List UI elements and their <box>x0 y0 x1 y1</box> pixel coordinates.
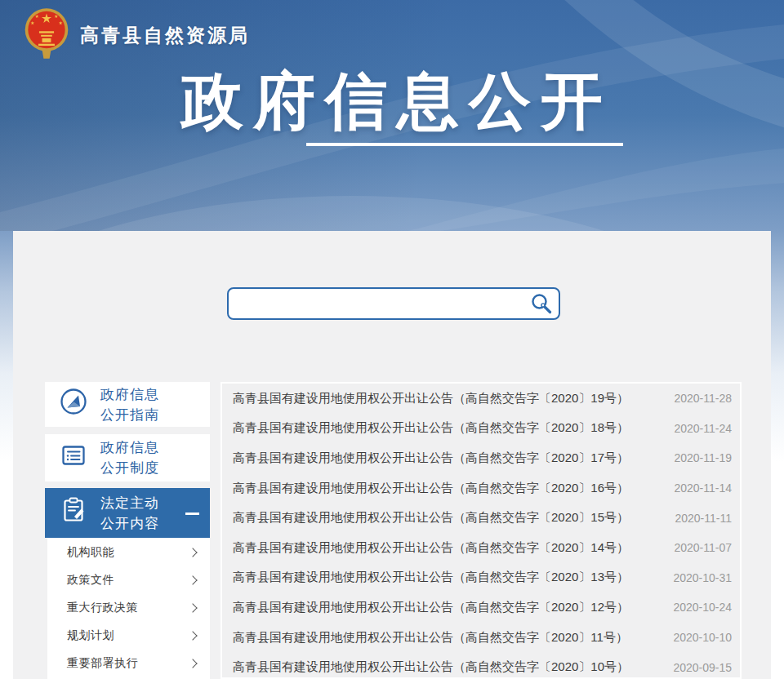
chevron-right-icon <box>188 631 197 640</box>
site-name: 高青县自然资源局 <box>80 23 250 48</box>
page: 高青县自然资源局 政府信息公开 <box>0 0 784 679</box>
chevron-right-icon <box>188 575 197 584</box>
announcement-title[interactable]: 高青县国有建设用地使用权公开出让公告（高自然交告字〔2020〕16号） <box>233 481 629 496</box>
announcement-title[interactable]: 高青县国有建设用地使用权公开出让公告（高自然交告字〔2020〕10号） <box>233 659 629 675</box>
announcement-row[interactable]: 高青县国有建设用地使用权公开出让公告（高自然交告字〔2020〕11号） 2020… <box>222 623 740 653</box>
search-box <box>227 287 560 320</box>
announcement-title[interactable]: 高青县国有建设用地使用权公开出让公告（高自然交告字〔2020〕19号） <box>233 391 629 406</box>
submenu-item-agency-functions[interactable]: 机构职能 <box>47 539 210 566</box>
announcement-title[interactable]: 高青县国有建设用地使用权公开出让公告（高自然交告字〔2020〕18号） <box>233 420 629 436</box>
announcement-date: 2020-11-24 <box>674 422 732 435</box>
collapse-indicator-icon[interactable] <box>185 513 199 515</box>
national-emblem-icon <box>23 7 70 64</box>
announcement-date: 2020-10-31 <box>673 571 732 584</box>
announcement-title[interactable]: 高青县国有建设用地使用权公开出让公告（高自然交告字〔2020〕12号） <box>233 600 629 615</box>
announcement-title[interactable]: 高青县国有建设用地使用权公开出让公告（高自然交告字〔2020〕17号） <box>233 450 629 466</box>
page-title: 政府信息公开 <box>0 60 784 144</box>
sidebar-item-gov-info-system[interactable]: 政府信息 公开制度 <box>45 434 210 482</box>
announcement-title[interactable]: 高青县国有建设用地使用权公开出让公告（高自然交告字〔2020〕14号） <box>233 540 629 556</box>
announcement-date: 2020-11-19 <box>674 451 732 464</box>
chevron-right-icon <box>188 659 197 668</box>
announcement-title[interactable]: 高青县国有建设用地使用权公开出让公告（高自然交告字〔2020〕15号） <box>233 510 629 526</box>
submenu-item-policy-documents[interactable]: 政策文件 <box>47 566 210 594</box>
announcement-date: 2020-10-24 <box>673 601 732 614</box>
submenu-item-major-decisions[interactable]: 重大行政决策 <box>47 594 210 622</box>
sidebar: 政府信息 公开指南 政府信息 公开制度 <box>45 382 210 679</box>
sidebar-item-statutory-disclosure[interactable]: 法定主动 公开内容 <box>45 488 210 538</box>
chevron-right-icon <box>188 603 197 612</box>
announcement-date: 2020-11-11 <box>675 512 732 525</box>
sidebar-item-label: 政府信息 公开指南 <box>100 384 159 425</box>
content-panel: 政府信息 公开指南 政府信息 公开制度 <box>13 231 771 679</box>
submenu-item-planning[interactable]: 规划计划 <box>47 622 210 650</box>
announcement-date: 2020-11-28 <box>674 392 732 405</box>
compass-icon <box>58 386 89 423</box>
sidebar-submenu: 机构职能 政策文件 重大行政决策 规划计划 重要部署执行 <box>47 538 210 679</box>
announcement-row[interactable]: 高青县国有建设用地使用权公开出让公告（高自然交告字〔2020〕18号） 2020… <box>222 414 740 444</box>
announcement-row[interactable]: 高青县国有建设用地使用权公开出让公告（高自然交告字〔2020〕10号） 2020… <box>222 652 740 679</box>
announcement-row[interactable]: 高青县国有建设用地使用权公开出让公告（高自然交告字〔2020〕15号） 2020… <box>222 503 740 533</box>
announcement-date: 2020-11-14 <box>674 482 732 495</box>
document-icon <box>58 440 89 477</box>
sidebar-item-gov-info-guide[interactable]: 政府信息 公开指南 <box>45 382 210 427</box>
sidebar-item-label: 政府信息 公开制度 <box>100 437 159 478</box>
chevron-right-icon <box>188 548 197 557</box>
announcement-row[interactable]: 高青县国有建设用地使用权公开出让公告（高自然交告字〔2020〕17号） 2020… <box>222 443 740 473</box>
site-brand[interactable]: 高青县自然资源局 <box>23 7 250 64</box>
announcement-row[interactable]: 高青县国有建设用地使用权公开出让公告（高自然交告字〔2020〕16号） 2020… <box>222 473 740 504</box>
title-underline <box>306 143 623 146</box>
submenu-item-deployment-execution[interactable]: 重要部署执行 <box>47 650 210 677</box>
announcement-date: 2020-11-07 <box>674 541 732 554</box>
announcement-row[interactable]: 高青县国有建设用地使用权公开出让公告（高自然交告字〔2020〕13号） 2020… <box>222 563 740 593</box>
announcement-row[interactable]: 高青县国有建设用地使用权公开出让公告（高自然交告字〔2020〕12号） 2020… <box>222 592 740 623</box>
search-icon <box>530 305 553 317</box>
search-button[interactable] <box>529 292 554 317</box>
announcement-title[interactable]: 高青县国有建设用地使用权公开出让公告（高自然交告字〔2020〕11号） <box>233 630 628 646</box>
announcement-date: 2020-09-15 <box>673 661 732 674</box>
announcement-date: 2020-10-10 <box>673 631 732 644</box>
sidebar-item-label: 法定主动 公开内容 <box>100 493 159 534</box>
announcement-title[interactable]: 高青县国有建设用地使用权公开出让公告（高自然交告字〔2020〕13号） <box>233 570 629 585</box>
announcement-row[interactable]: 高青县国有建设用地使用权公开出让公告（高自然交告字〔2020〕14号） 2020… <box>222 533 740 563</box>
search-input[interactable] <box>229 289 559 318</box>
announcement-list: 高青县国有建设用地使用权公开出让公告（高自然交告字〔2020〕19号） 2020… <box>220 382 742 679</box>
announcement-row[interactable]: 高青县国有建设用地使用权公开出让公告（高自然交告字〔2020〕19号） 2020… <box>222 384 740 414</box>
clipboard-icon <box>58 495 89 531</box>
